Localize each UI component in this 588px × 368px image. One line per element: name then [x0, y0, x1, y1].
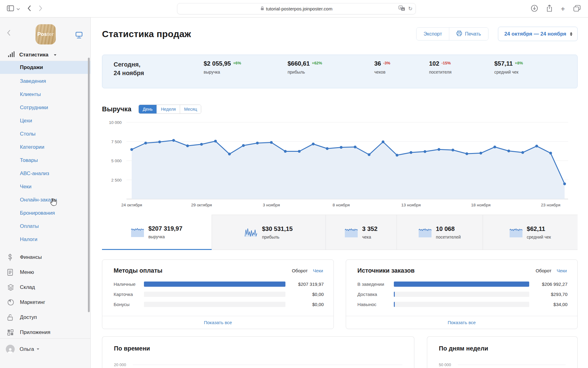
- toggle-receipts[interactable]: Чеки: [313, 268, 323, 273]
- sidebar-item-заведения[interactable]: Заведения: [0, 75, 90, 88]
- stat-label: чеков: [374, 70, 390, 75]
- stat-change: +8%: [515, 61, 523, 65]
- totals-tab-чека[interactable]: 3 352чека: [326, 215, 397, 250]
- user-menu[interactable]: Ольга: [0, 339, 90, 354]
- sidebar-item-клиенты[interactable]: Клиенты: [0, 88, 90, 101]
- bar-row-наличные: Наличные$207 319,97: [114, 279, 324, 289]
- totals-tab-средний-чек[interactable]: $62,11средний чек: [483, 215, 578, 250]
- sidebar-item-категории[interactable]: Категории: [0, 140, 90, 154]
- download-icon[interactable]: [531, 5, 538, 13]
- bar-track[interactable]: [394, 282, 529, 287]
- toggle-receipts[interactable]: Чеки: [557, 268, 567, 273]
- sidebar-section-label: Меню: [20, 269, 34, 275]
- order-sources-card: Источники заказов Оборот Чеки В заведени…: [346, 259, 578, 329]
- sidebar-item-сотрудники[interactable]: Сотрудники: [0, 101, 90, 114]
- sidebar-section-label: Приложения: [20, 329, 50, 335]
- by-weekday-title: По дням недели: [439, 345, 488, 352]
- revenue-line-chart[interactable]: 2 5005 0007 50010 00024 октября29 октябр…: [102, 119, 578, 211]
- sidebar-section-маркетинг[interactable]: Маркетинг: [0, 295, 90, 310]
- new-tab-icon[interactable]: +: [561, 5, 565, 13]
- poster-logo-text: Poster: [37, 31, 54, 37]
- sidebar-statistics-links: ЗаведенияКлиентыСотрудникиЦехиСтолыКатег…: [0, 75, 90, 246]
- svg-text:2 500: 2 500: [111, 178, 122, 182]
- caret-down-icon: [37, 348, 39, 350]
- bar-label: Карточка: [114, 292, 139, 297]
- sidebar-item-чеки[interactable]: Чеки: [0, 180, 90, 193]
- totals-text: $30 531,15прибыль: [262, 225, 292, 240]
- date-range-select[interactable]: 24 октября — 24 ноября: [498, 27, 578, 41]
- bar-track[interactable]: [144, 292, 285, 297]
- pos-terminal-icon[interactable]: [75, 32, 83, 40]
- bar-track[interactable]: [144, 282, 285, 287]
- sidebar-item-цехи[interactable]: Цехи: [0, 114, 90, 127]
- sidebar-item-sales-active[interactable]: Продажи: [0, 61, 90, 74]
- back-icon[interactable]: [27, 5, 31, 13]
- bar-label: Наличные: [114, 282, 139, 287]
- collapse-sidebar-icon[interactable]: [7, 30, 10, 37]
- bar-track[interactable]: [394, 302, 529, 307]
- sidebar-item-онлайн-заказы[interactable]: Онлайн-заказы: [0, 193, 90, 206]
- show-all-link[interactable]: Показать все: [204, 320, 232, 325]
- show-all-link[interactable]: Показать все: [448, 320, 476, 325]
- payment-methods-title: Методы оплаты: [114, 267, 162, 274]
- totals-tab-выручка[interactable]: $207 319,97выручка: [102, 215, 212, 250]
- sidebar-item-столы[interactable]: Столы: [0, 127, 90, 140]
- stat-label: посетителя: [429, 70, 451, 75]
- tab-месяц[interactable]: Месяц: [180, 105, 201, 113]
- address-bar[interactable]: tutorial-posterpos.joinposter.com Aa ↻: [177, 3, 416, 14]
- bar-track[interactable]: [144, 302, 285, 307]
- toggle-turnover[interactable]: Оборот: [536, 268, 552, 273]
- sidebar-item-налоги[interactable]: Налоги: [0, 233, 90, 246]
- stat-change: -15%: [441, 61, 450, 65]
- forward-icon[interactable]: [39, 5, 43, 13]
- stat-label: выручка: [204, 70, 241, 75]
- browser-toolbar: tutorial-posterpos.joinposter.com Aa ↻ +: [0, 0, 588, 17]
- sidebar-section-приложения[interactable]: Приложения: [0, 325, 90, 340]
- bar-track[interactable]: [394, 292, 529, 297]
- sidebar-section-склад[interactable]: Склад: [0, 280, 90, 295]
- svg-text:a: a: [402, 8, 404, 10]
- svg-text:7 500: 7 500: [111, 140, 122, 144]
- sidebar-item-оплаты[interactable]: Оплаты: [0, 220, 90, 233]
- tabs-overview-icon[interactable]: [573, 5, 581, 13]
- sidebar-scrollbar[interactable]: [88, 58, 90, 312]
- reload-icon[interactable]: ↻: [408, 6, 413, 12]
- print-button[interactable]: Печать: [449, 28, 488, 40]
- access-icon: [7, 314, 16, 321]
- finance-icon: [7, 254, 16, 261]
- printer-icon: [456, 31, 462, 37]
- payment-methods-card: Методы оплаты Оборот Чеки Наличные$207 3…: [102, 259, 334, 329]
- stat-value: 102: [429, 60, 439, 67]
- sidebar-section-statistics[interactable]: Статистика: [0, 49, 90, 61]
- export-button[interactable]: Экспорт: [417, 28, 449, 40]
- sidebar-section-меню[interactable]: Меню: [0, 265, 90, 280]
- sidebar-item-авс-анализ[interactable]: АВС-анализ: [0, 167, 90, 180]
- today-stat: $57,11+8%средний чек: [494, 60, 523, 75]
- toggle-turnover[interactable]: Оборот: [292, 268, 308, 273]
- tab-день[interactable]: День: [139, 105, 156, 113]
- translate-icon[interactable]: Aa: [398, 6, 405, 12]
- totals-tab-посетителей[interactable]: 10 068посетителей: [397, 215, 483, 250]
- share-icon[interactable]: [546, 5, 552, 13]
- sidebar-section-финансы[interactable]: Финансы: [0, 250, 90, 265]
- apps-icon: [7, 329, 16, 336]
- by-weekday-card: По дням недели 50 000: [427, 336, 578, 368]
- totals-value: $62,11: [527, 225, 551, 232]
- chevron-down-icon[interactable]: [17, 6, 20, 12]
- stat-value: 36: [374, 60, 381, 67]
- bar-value: $207 319,97: [290, 282, 324, 287]
- stat-change: +6%: [233, 61, 241, 65]
- totals-tab-прибыль[interactable]: $30 531,15прибыль: [212, 215, 326, 250]
- sidebar-item-товары[interactable]: Товары: [0, 154, 90, 167]
- date-range-value: 24 октября — 24 ноября: [504, 31, 566, 37]
- poster-logo[interactable]: Poster: [36, 24, 56, 44]
- select-arrows-icon: [570, 32, 572, 36]
- sidebar-toggle-icon[interactable]: [7, 5, 14, 13]
- tab-неделя[interactable]: Неделя: [156, 105, 180, 113]
- sidebar-section-доступ[interactable]: Доступ: [0, 310, 90, 325]
- by-time-title: По времени: [114, 345, 150, 352]
- stock-icon: [7, 284, 16, 291]
- stat-label: средний чек: [494, 70, 523, 75]
- sparkline-spiky-icon: [245, 227, 258, 237]
- sidebar-item-бронирования[interactable]: Бронирования: [0, 206, 90, 220]
